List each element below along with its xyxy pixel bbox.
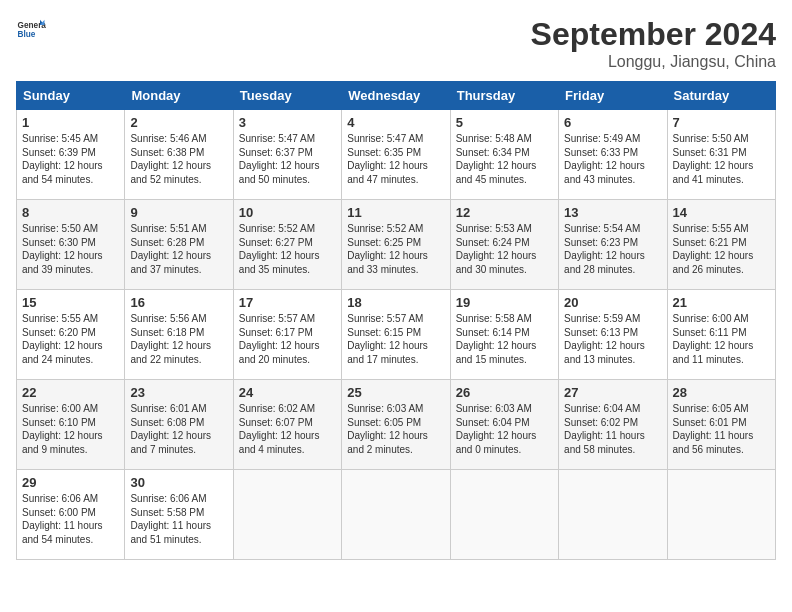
- day-number: 20: [564, 295, 661, 310]
- cell-info: Sunrise: 6:06 AMSunset: 6:00 PMDaylight:…: [22, 493, 103, 545]
- cell-info: Sunrise: 6:04 AMSunset: 6:02 PMDaylight:…: [564, 403, 645, 455]
- calendar-cell: 24 Sunrise: 6:02 AMSunset: 6:07 PMDaylig…: [233, 380, 341, 470]
- calendar-cell: 5 Sunrise: 5:48 AMSunset: 6:34 PMDayligh…: [450, 110, 558, 200]
- calendar-week-row: 22 Sunrise: 6:00 AMSunset: 6:10 PMDaylig…: [17, 380, 776, 470]
- calendar-cell: 28 Sunrise: 6:05 AMSunset: 6:01 PMDaylig…: [667, 380, 775, 470]
- location-subtitle: Longgu, Jiangsu, China: [531, 53, 776, 71]
- calendar-cell: 27 Sunrise: 6:04 AMSunset: 6:02 PMDaylig…: [559, 380, 667, 470]
- cell-info: Sunrise: 6:00 AMSunset: 6:11 PMDaylight:…: [673, 313, 754, 365]
- day-number: 23: [130, 385, 227, 400]
- calendar-cell: 3 Sunrise: 5:47 AMSunset: 6:37 PMDayligh…: [233, 110, 341, 200]
- logo-icon: General Blue: [16, 16, 46, 46]
- day-number: 28: [673, 385, 770, 400]
- day-number: 19: [456, 295, 553, 310]
- header-friday: Friday: [559, 82, 667, 110]
- calendar-week-row: 8 Sunrise: 5:50 AMSunset: 6:30 PMDayligh…: [17, 200, 776, 290]
- calendar-table: SundayMondayTuesdayWednesdayThursdayFrid…: [16, 81, 776, 560]
- calendar-header-row: SundayMondayTuesdayWednesdayThursdayFrid…: [17, 82, 776, 110]
- day-number: 25: [347, 385, 444, 400]
- cell-info: Sunrise: 5:58 AMSunset: 6:14 PMDaylight:…: [456, 313, 537, 365]
- day-number: 7: [673, 115, 770, 130]
- cell-info: Sunrise: 6:03 AMSunset: 6:04 PMDaylight:…: [456, 403, 537, 455]
- calendar-cell: 8 Sunrise: 5:50 AMSunset: 6:30 PMDayligh…: [17, 200, 125, 290]
- day-number: 9: [130, 205, 227, 220]
- calendar-cell: 12 Sunrise: 5:53 AMSunset: 6:24 PMDaylig…: [450, 200, 558, 290]
- day-number: 8: [22, 205, 119, 220]
- calendar-cell: [450, 470, 558, 560]
- day-number: 29: [22, 475, 119, 490]
- cell-info: Sunrise: 5:57 AMSunset: 6:15 PMDaylight:…: [347, 313, 428, 365]
- day-number: 15: [22, 295, 119, 310]
- cell-info: Sunrise: 5:52 AMSunset: 6:25 PMDaylight:…: [347, 223, 428, 275]
- calendar-cell: 7 Sunrise: 5:50 AMSunset: 6:31 PMDayligh…: [667, 110, 775, 200]
- day-number: 2: [130, 115, 227, 130]
- cell-info: Sunrise: 5:54 AMSunset: 6:23 PMDaylight:…: [564, 223, 645, 275]
- calendar-week-row: 1 Sunrise: 5:45 AMSunset: 6:39 PMDayligh…: [17, 110, 776, 200]
- cell-info: Sunrise: 6:05 AMSunset: 6:01 PMDaylight:…: [673, 403, 754, 455]
- calendar-cell: 13 Sunrise: 5:54 AMSunset: 6:23 PMDaylig…: [559, 200, 667, 290]
- title-area: September 2024 Longgu, Jiangsu, China: [531, 16, 776, 71]
- day-number: 13: [564, 205, 661, 220]
- cell-info: Sunrise: 5:50 AMSunset: 6:30 PMDaylight:…: [22, 223, 103, 275]
- cell-info: Sunrise: 6:06 AMSunset: 5:58 PMDaylight:…: [130, 493, 211, 545]
- cell-info: Sunrise: 6:00 AMSunset: 6:10 PMDaylight:…: [22, 403, 103, 455]
- month-year-title: September 2024: [531, 16, 776, 53]
- calendar-cell: 29 Sunrise: 6:06 AMSunset: 6:00 PMDaylig…: [17, 470, 125, 560]
- day-number: 30: [130, 475, 227, 490]
- logo: General Blue: [16, 16, 46, 46]
- day-number: 27: [564, 385, 661, 400]
- cell-info: Sunrise: 5:46 AMSunset: 6:38 PMDaylight:…: [130, 133, 211, 185]
- day-number: 12: [456, 205, 553, 220]
- cell-info: Sunrise: 5:48 AMSunset: 6:34 PMDaylight:…: [456, 133, 537, 185]
- calendar-cell: 17 Sunrise: 5:57 AMSunset: 6:17 PMDaylig…: [233, 290, 341, 380]
- calendar-cell: 22 Sunrise: 6:00 AMSunset: 6:10 PMDaylig…: [17, 380, 125, 470]
- calendar-week-row: 15 Sunrise: 5:55 AMSunset: 6:20 PMDaylig…: [17, 290, 776, 380]
- header-saturday: Saturday: [667, 82, 775, 110]
- calendar-cell: 23 Sunrise: 6:01 AMSunset: 6:08 PMDaylig…: [125, 380, 233, 470]
- calendar-cell: 2 Sunrise: 5:46 AMSunset: 6:38 PMDayligh…: [125, 110, 233, 200]
- day-number: 24: [239, 385, 336, 400]
- day-number: 16: [130, 295, 227, 310]
- calendar-cell: 10 Sunrise: 5:52 AMSunset: 6:27 PMDaylig…: [233, 200, 341, 290]
- calendar-cell: 15 Sunrise: 5:55 AMSunset: 6:20 PMDaylig…: [17, 290, 125, 380]
- day-number: 6: [564, 115, 661, 130]
- calendar-cell: [559, 470, 667, 560]
- day-number: 5: [456, 115, 553, 130]
- cell-info: Sunrise: 5:55 AMSunset: 6:21 PMDaylight:…: [673, 223, 754, 275]
- calendar-week-row: 29 Sunrise: 6:06 AMSunset: 6:00 PMDaylig…: [17, 470, 776, 560]
- calendar-cell: 20 Sunrise: 5:59 AMSunset: 6:13 PMDaylig…: [559, 290, 667, 380]
- calendar-cell: 9 Sunrise: 5:51 AMSunset: 6:28 PMDayligh…: [125, 200, 233, 290]
- day-number: 26: [456, 385, 553, 400]
- cell-info: Sunrise: 5:56 AMSunset: 6:18 PMDaylight:…: [130, 313, 211, 365]
- day-number: 3: [239, 115, 336, 130]
- header-monday: Monday: [125, 82, 233, 110]
- header-wednesday: Wednesday: [342, 82, 450, 110]
- calendar-cell: 18 Sunrise: 5:57 AMSunset: 6:15 PMDaylig…: [342, 290, 450, 380]
- header-thursday: Thursday: [450, 82, 558, 110]
- calendar-cell: 19 Sunrise: 5:58 AMSunset: 6:14 PMDaylig…: [450, 290, 558, 380]
- calendar-cell: 16 Sunrise: 5:56 AMSunset: 6:18 PMDaylig…: [125, 290, 233, 380]
- cell-info: Sunrise: 6:02 AMSunset: 6:07 PMDaylight:…: [239, 403, 320, 455]
- day-number: 21: [673, 295, 770, 310]
- cell-info: Sunrise: 5:49 AMSunset: 6:33 PMDaylight:…: [564, 133, 645, 185]
- calendar-cell: 21 Sunrise: 6:00 AMSunset: 6:11 PMDaylig…: [667, 290, 775, 380]
- cell-info: Sunrise: 5:51 AMSunset: 6:28 PMDaylight:…: [130, 223, 211, 275]
- day-number: 11: [347, 205, 444, 220]
- cell-info: Sunrise: 5:52 AMSunset: 6:27 PMDaylight:…: [239, 223, 320, 275]
- day-number: 22: [22, 385, 119, 400]
- cell-info: Sunrise: 5:47 AMSunset: 6:35 PMDaylight:…: [347, 133, 428, 185]
- day-number: 18: [347, 295, 444, 310]
- calendar-cell: 14 Sunrise: 5:55 AMSunset: 6:21 PMDaylig…: [667, 200, 775, 290]
- cell-info: Sunrise: 5:55 AMSunset: 6:20 PMDaylight:…: [22, 313, 103, 365]
- calendar-cell: [667, 470, 775, 560]
- calendar-cell: 26 Sunrise: 6:03 AMSunset: 6:04 PMDaylig…: [450, 380, 558, 470]
- day-number: 14: [673, 205, 770, 220]
- calendar-cell: 1 Sunrise: 5:45 AMSunset: 6:39 PMDayligh…: [17, 110, 125, 200]
- cell-info: Sunrise: 5:47 AMSunset: 6:37 PMDaylight:…: [239, 133, 320, 185]
- cell-info: Sunrise: 5:45 AMSunset: 6:39 PMDaylight:…: [22, 133, 103, 185]
- calendar-cell: 4 Sunrise: 5:47 AMSunset: 6:35 PMDayligh…: [342, 110, 450, 200]
- day-number: 4: [347, 115, 444, 130]
- svg-text:Blue: Blue: [18, 30, 36, 39]
- header: General Blue September 2024 Longgu, Jian…: [16, 16, 776, 71]
- day-number: 1: [22, 115, 119, 130]
